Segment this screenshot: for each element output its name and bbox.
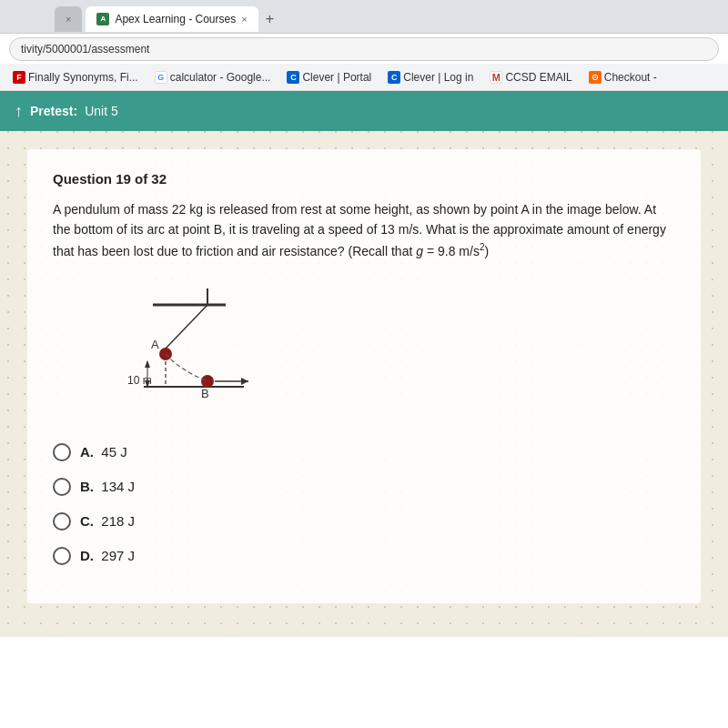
choice-b[interactable]: B. 134 J — [53, 478, 675, 496]
answer-choices: A. 45 J B. 134 J C. 218 J — [53, 443, 675, 565]
bookmark-clever-login[interactable]: C Clever | Log in — [382, 69, 479, 86]
tab-inactive-close[interactable]: × — [66, 14, 71, 25]
question-text: A pendulum of mass 22 kg is released fro… — [53, 199, 675, 261]
question-number: Question 19 of 32 — [53, 171, 675, 187]
svg-point-11 — [201, 375, 214, 388]
tab-bar: × A Apex Learning - Courses × + — [0, 0, 728, 33]
pretest-label: Pretest: — [30, 104, 77, 118]
bookmark-finally-label: Finally Synonyms, Fi... — [28, 71, 138, 84]
browser-chrome: × A Apex Learning - Courses × + F Finall… — [0, 0, 728, 91]
pendulum-diagram: A 10 m B — [71, 279, 308, 425]
tab-active-label: Apex Learning - Courses — [115, 13, 236, 25]
svg-line-2 — [164, 305, 207, 350]
choice-c[interactable]: C. 218 J — [53, 512, 675, 531]
content-area: ↑ Pretest: Unit 5 Question 19 of 32 A pe… — [0, 91, 728, 637]
choice-d[interactable]: D. 297 J — [53, 547, 675, 565]
radio-a[interactable] — [53, 443, 71, 461]
choice-a[interactable]: A. 45 J — [53, 443, 675, 461]
tab-inactive[interactable]: × — [55, 6, 82, 32]
choice-a-label: A. 45 J — [80, 444, 127, 460]
apex-favicon: A — [96, 13, 109, 25]
bookmark-checkout-label: Checkout - — [604, 71, 657, 84]
bookmark-ccsd-icon: M — [490, 71, 502, 84]
new-tab-button[interactable]: + — [258, 11, 281, 27]
bookmark-calculator[interactable]: G calculator - Google... — [149, 69, 277, 86]
bookmark-ccsd-label: CCSD EMAIL — [505, 71, 571, 84]
unit-label: Unit 5 — [85, 104, 118, 118]
radio-b[interactable] — [53, 478, 71, 496]
bookmark-clever-portal[interactable]: C Clever | Portal — [281, 69, 377, 86]
bookmarks-bar: F Finally Synonyms, Fi... G calculator -… — [0, 64, 728, 91]
choice-d-label: D. 297 J — [80, 548, 135, 563]
bookmark-clever-login-label: Clever | Log in — [403, 71, 473, 84]
svg-marker-9 — [145, 360, 150, 368]
bookmark-checkout[interactable]: ⊙ Checkout - — [583, 69, 662, 86]
pretest-icon: ↑ — [15, 102, 23, 121]
choice-b-label: B. 134 J — [80, 479, 135, 494]
bookmark-clever-portal-icon: C — [287, 71, 299, 84]
choice-c-label: C. 218 J — [80, 513, 135, 529]
bookmark-finally[interactable]: F Finally Synonyms, Fi... — [7, 69, 144, 86]
tab-active[interactable]: A Apex Learning - Courses × — [86, 6, 258, 32]
pendulum-svg: A 10 m B — [71, 279, 308, 425]
radio-d[interactable] — [53, 547, 71, 565]
question-container: Question 19 of 32 A pendulum of mass 22 … — [27, 149, 701, 603]
bookmark-finally-icon: F — [13, 71, 25, 84]
svg-marker-14 — [241, 378, 248, 385]
address-bar-row — [0, 33, 728, 64]
apex-header: ↑ Pretest: Unit 5 — [0, 91, 728, 131]
svg-text:B: B — [201, 387, 209, 400]
svg-text:A: A — [151, 338, 159, 351]
bookmark-clever-login-icon: C — [388, 71, 400, 84]
bookmark-checkout-icon: ⊙ — [589, 71, 602, 84]
tab-active-close[interactable]: × — [241, 14, 247, 25]
bookmark-calculator-icon: G — [155, 71, 167, 84]
bookmark-calculator-label: calculator - Google... — [170, 71, 271, 84]
bookmark-clever-portal-label: Clever | Portal — [302, 71, 371, 84]
radio-c[interactable] — [53, 512, 71, 531]
address-bar[interactable] — [9, 37, 719, 61]
bookmark-ccsd-email[interactable]: M CCSD EMAIL — [484, 69, 577, 86]
